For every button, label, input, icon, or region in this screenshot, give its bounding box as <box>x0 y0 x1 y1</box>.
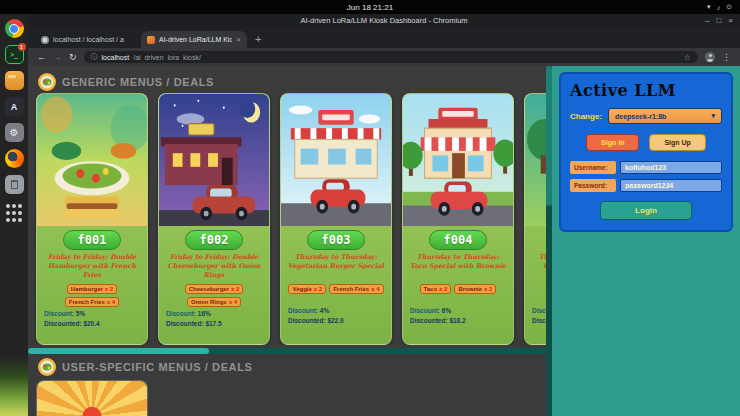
firefox-dock-icon[interactable] <box>5 149 24 168</box>
deal-description: Friday to Friday: Double Hamburger with … <box>37 251 147 284</box>
generic-menu-cards-row: f001 Friday to Friday: Double Hamburger … <box>28 93 546 345</box>
files-dock-icon[interactable] <box>5 71 24 90</box>
item-chips: Veggiex 2 French Friesx 4 <box>281 284 391 304</box>
card-art-sunburst <box>37 381 147 416</box>
menu-code-button[interactable]: f001 <box>63 230 122 250</box>
office-dock-icon[interactable]: A <box>5 97 24 116</box>
menu-code-button[interactable]: f002 <box>185 230 244 250</box>
browser-toolbar: ← → ↻ ⓘ localhost /ai_driven_lora_kiosk/… <box>28 48 740 66</box>
system-status-area[interactable]: ▾ ♪ ⊙ <box>707 0 732 14</box>
menu-card[interactable]: f005 Thursday to Thursday: Burrito Speci… <box>524 93 546 345</box>
close-icon[interactable]: × <box>728 17 733 25</box>
vertical-scrollbar-thumb[interactable] <box>546 66 552 206</box>
power-icon[interactable]: ⊙ <box>726 3 732 11</box>
window-title: AI-driven LoRa/LLM Kiosk Dashboard - Chr… <box>300 16 467 25</box>
url-host: localhost <box>102 54 130 61</box>
section-title: GENERIC MENUS / DEALS <box>62 76 214 88</box>
chevron-down-icon: ▾ <box>711 112 715 120</box>
forward-icon[interactable]: → <box>53 53 62 62</box>
username-field[interactable] <box>620 161 722 174</box>
site-info-icon[interactable]: ⓘ <box>91 52 98 62</box>
active-llm-title: Active LLM <box>570 81 722 100</box>
password-label: Password: <box>570 179 616 192</box>
notification-badge: 1 <box>18 43 26 51</box>
globe-favicon <box>41 36 49 44</box>
tab-close-icon[interactable]: × <box>236 35 241 44</box>
selected-model: deepseek-r1:8b <box>615 113 666 120</box>
change-label: Change: <box>570 112 602 121</box>
vertical-scrollbar[interactable] <box>546 66 552 416</box>
settings-dock-icon[interactable]: ⚙ <box>5 123 24 142</box>
menu-card[interactable]: f002 Friday to Friday: Double Cheeseburg… <box>158 93 270 345</box>
price-line: Discounted: $20.4 <box>37 317 147 330</box>
screen: Jun 18 21:21 ▾ ♪ ⊙ >_ 1 A ⚙ <box>0 0 740 416</box>
tab-kiosk-dashboard[interactable]: AI-driven LoRa/LLM Kios × <box>141 31 247 48</box>
volume-icon[interactable]: ♪ <box>717 4 721 11</box>
item-chips: Cheeseburgerx 2 Onion Ringsx 4 <box>159 284 269 307</box>
sign-up-button[interactable]: Sign Up <box>649 134 705 151</box>
deal-description: Thursday to Thursday: Vegetarian Burger … <box>281 251 391 284</box>
terminal-prompt-glyph: >_ <box>10 51 18 58</box>
llm-side-panel: Active LLM Change: deepseek-r1:8b ▾ Sign… <box>552 66 740 416</box>
menu-card[interactable]: f001 Friday to Friday: Double Hamburger … <box>36 93 148 345</box>
menu-code-button[interactable]: f004 <box>429 230 488 250</box>
reload-icon[interactable]: ↻ <box>69 53 77 62</box>
generic-menus-header: GENERIC MENUS / DEALS <box>28 71 546 93</box>
price-line: Discounted: $22.0 <box>281 314 391 327</box>
office-letter: A <box>11 102 18 112</box>
address-bar[interactable]: ⓘ localhost /ai_driven_lora_kiosk/ ☆ <box>84 51 698 63</box>
tab-label: AI-driven LoRa/LLM Kios <box>159 36 232 43</box>
password-field[interactable] <box>620 179 722 192</box>
network-icon[interactable]: ▾ <box>707 3 711 11</box>
tab-strip: localhost / localhost / a AI-driven LoRa… <box>28 27 740 48</box>
username-label: Username: <box>570 161 616 174</box>
window-titlebar[interactable]: AI-driven LoRa/LLM Kiosk Dashboard - Chr… <box>28 14 740 27</box>
discount-line: Discount: 6% <box>403 304 513 314</box>
maximize-icon[interactable]: □ <box>716 17 721 25</box>
item-chip: Browniex 2 <box>454 284 496 294</box>
kiosk-favicon <box>147 36 155 44</box>
password-row: Password: <box>570 179 722 192</box>
tab-label: localhost / localhost / a <box>53 36 135 43</box>
new-tab-button[interactable]: + <box>255 33 261 45</box>
window-controls: – □ × <box>705 17 733 25</box>
active-llm-card: Active LLM Change: deepseek-r1:8b ▾ Sign… <box>559 72 733 232</box>
dock: >_ 1 A ⚙ <box>0 14 28 416</box>
trash-dock-icon[interactable] <box>5 175 24 194</box>
profile-avatar[interactable] <box>705 52 715 62</box>
menu-card[interactable]: f004 Thursday to Thursday: Taco Special … <box>402 93 514 345</box>
model-select[interactable]: deepseek-r1:8b ▾ <box>608 108 722 124</box>
terminal-dock-icon[interactable]: >_ 1 <box>5 45 24 64</box>
tab-localhost[interactable]: localhost / localhost / a <box>35 31 141 48</box>
browser-window: AI-driven LoRa/LLM Kiosk Dashboard - Chr… <box>28 14 740 416</box>
section-title: USER-SPECIFIC MENUS / DEALS <box>62 361 252 373</box>
menu-card[interactable]: f003 Thursday to Thursday: Vegetarian Bu… <box>280 93 392 345</box>
item-chip: French Friesx 4 <box>329 284 383 294</box>
bookmark-star-icon[interactable]: ☆ <box>684 53 691 62</box>
username-row: Username: <box>570 161 722 174</box>
browser-menu-icon[interactable]: ⋮ <box>722 52 731 62</box>
gnome-topbar: Jun 18 21:21 ▾ ♪ ⊙ <box>0 0 740 14</box>
card-art-awning-restaurant <box>403 94 513 226</box>
user-menu-card[interactable] <box>36 380 148 416</box>
sign-in-button[interactable]: Sign In <box>586 134 639 151</box>
gear-icon: ⚙ <box>10 127 19 138</box>
horizontal-scrollbar[interactable] <box>28 348 546 354</box>
price-line: Discounted: $15.9 <box>525 314 546 327</box>
item-chip: French Friesx 4 <box>65 297 119 307</box>
login-row: Login <box>570 201 722 220</box>
deal-description: Thursday to Thursday: Burrito Special wi… <box>525 251 546 284</box>
item-chip: Onion Ringsx 4 <box>187 297 241 307</box>
login-button[interactable]: Login <box>600 201 692 220</box>
chromium-dock-icon[interactable] <box>5 19 24 38</box>
clock[interactable]: Jun 18 21:21 <box>347 3 393 12</box>
horizontal-scrollbar-thumb[interactable] <box>28 348 209 354</box>
back-icon[interactable]: ← <box>37 53 46 62</box>
menu-code-button[interactable]: f003 <box>307 230 366 250</box>
deal-description: Friday to Friday: Double Cheeseburger wi… <box>159 251 269 284</box>
auth-buttons-row: Sign In Sign Up <box>570 134 722 151</box>
minimize-icon[interactable]: – <box>705 17 709 25</box>
url-path: /ai_driven_lora_kiosk/ <box>133 54 680 61</box>
item-chips: Tacox 2 Browniex 2 <box>403 284 513 304</box>
app-grid-icon[interactable] <box>5 203 24 222</box>
